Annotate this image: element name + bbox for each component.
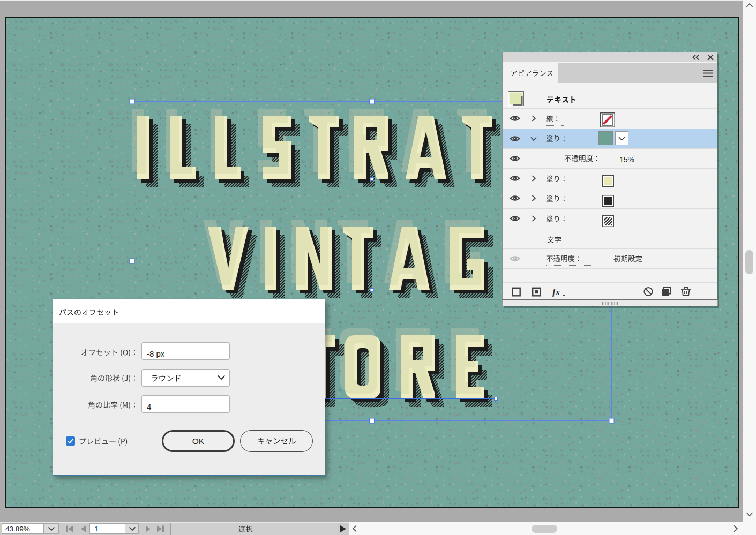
svg-text:fx: fx [552,287,560,297]
